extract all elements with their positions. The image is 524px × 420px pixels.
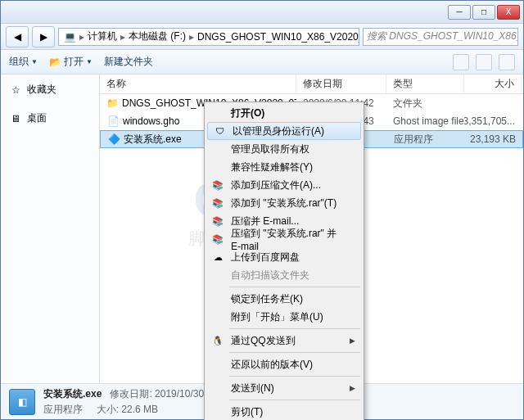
minimize-button[interactable]: ─ [448, 5, 471, 20]
breadcrumb-item[interactable]: 本地磁盘 (F:) [127, 29, 187, 43]
breadcrumb-item[interactable]: 计算机 [86, 29, 119, 43]
archive-icon: 📚 [211, 196, 224, 210]
menu-pin-taskbar[interactable]: 锁定到任务栏(K) [206, 290, 362, 308]
menu-add-rar[interactable]: 📚添加到 "安装系统.rar"(T) [206, 194, 362, 212]
star-icon: ☆ [9, 84, 22, 97]
navbar: ◀ ▶ 💻 ▸ 计算机 ▸ 本地磁盘 (F:) ▸ DNGS_GHOST_WIN… [1, 24, 523, 50]
qq-icon: 🐧 [211, 334, 224, 347]
chevron-right-icon: ▸ [120, 31, 125, 43]
menu-run-as-admin[interactable]: 🛡以管理员身份运行(A) [207, 122, 361, 140]
column-name[interactable]: 名称 [100, 75, 296, 93]
computer-icon[interactable]: 💻 [62, 31, 78, 43]
menu-separator [229, 376, 360, 377]
menu-open[interactable]: 打开(O) [206, 104, 362, 122]
sidebar-desktop[interactable]: 🖥 桌面 [1, 108, 99, 129]
desktop-icon: 🖥 [9, 112, 22, 125]
sidebar-item-label: 收藏夹 [27, 83, 56, 97]
archive-icon: 📚 [211, 233, 224, 246]
file-name: windows.gho [123, 115, 179, 127]
sidebar-item-label: 桌面 [27, 111, 47, 125]
menu-autoscan: 自动扫描该文件夹 [206, 266, 362, 284]
archive-icon: 📚 [211, 178, 224, 192]
organize-menu[interactable]: 组织▼ [9, 55, 38, 69]
folder-icon: 📁 [106, 97, 119, 110]
file-size: 23,193 KB [465, 133, 522, 145]
chevron-right-icon: ▶ [350, 336, 355, 345]
close-button[interactable]: X [497, 5, 520, 20]
column-type[interactable]: 类型 [386, 75, 464, 93]
menu-zip-rar-email[interactable]: 📚压缩到 "安装系统.rar" 并 E-mail [206, 230, 362, 248]
status-size-label: 大小: [97, 404, 119, 415]
view-options-icon[interactable] [453, 54, 469, 70]
toolbar: 组织▼ 📂打开▼ 新建文件夹 [1, 50, 523, 75]
back-button[interactable]: ◀ [6, 26, 29, 47]
preview-pane-icon[interactable] [476, 54, 492, 70]
context-menu: 打开(O) 🛡以管理员身份运行(A) 管理员取得所有权 兼容性疑难解答(Y) 📚… [204, 102, 364, 420]
archive-icon: 📚 [211, 215, 224, 228]
menu-cut[interactable]: 剪切(T) [206, 403, 362, 420]
open-button[interactable]: 📂打开▼ [49, 55, 93, 69]
chevron-right-icon: ▸ [189, 31, 194, 43]
window-controls: ─ □ X [448, 5, 520, 20]
menu-compat-troubleshoot[interactable]: 兼容性疑难解答(Y) [206, 158, 362, 176]
file-name: 安装系统.exe [124, 133, 182, 147]
menu-send-to[interactable]: 发送到(N)▶ [206, 379, 362, 397]
search-placeholder: 搜索 DNGS_GHOST_WIN10_X86_V... [367, 29, 518, 43]
menu-take-ownership[interactable]: 管理员取得所有权 [206, 140, 362, 158]
new-folder-button[interactable]: 新建文件夹 [104, 55, 153, 69]
menu-pin-start[interactable]: 附到「开始」菜单(U) [206, 308, 362, 326]
chevron-right-icon: ▶ [350, 384, 355, 392]
shield-icon: 🛡 [213, 124, 226, 138]
status-date-label: 修改日期: [110, 388, 151, 400]
maximize-button[interactable]: □ [472, 5, 495, 20]
search-input[interactable]: 搜索 DNGS_GHOST_WIN10_X86_V... [363, 28, 518, 46]
menu-restore-versions[interactable]: 还原以前的版本(V) [206, 355, 362, 373]
file-type: 应用程序 [387, 133, 465, 147]
exe-icon: 🔷 [107, 133, 120, 146]
help-icon[interactable] [499, 54, 515, 70]
chevron-down-icon: ▼ [31, 58, 38, 65]
file-type: Ghost image file [386, 115, 464, 127]
breadcrumb-item[interactable]: DNGS_GHOST_WIN10_X86_V2020_07 [196, 31, 359, 43]
menu-qq-send[interactable]: 🐧通过QQ发送到▶ [206, 332, 362, 350]
file-icon: 📄 [106, 115, 120, 128]
column-headers: 名称 修改日期 类型 大小 [100, 75, 523, 94]
menu-add-archive[interactable]: 📚添加到压缩文件(A)... [206, 176, 362, 194]
file-type: 文件夹 [386, 97, 464, 111]
cloud-icon: ☁ [211, 251, 224, 264]
titlebar[interactable]: ─ □ X [1, 1, 523, 24]
status-filename: 安装系统.exe [43, 388, 102, 400]
sidebar: ☆ 收藏夹 🖥 桌面 [1, 75, 100, 383]
menu-baidu-upload[interactable]: ☁上传到百度网盘 [206, 248, 362, 266]
column-date[interactable]: 修改日期 [296, 75, 386, 93]
file-size: 3,351,705... [464, 115, 522, 127]
status-size-value: 22.6 MB [121, 404, 158, 415]
forward-button[interactable]: ▶ [32, 26, 55, 47]
column-size[interactable]: 大小 [464, 75, 522, 93]
menu-separator [229, 400, 360, 400]
menu-separator [229, 328, 360, 329]
sidebar-favorites[interactable]: ☆ 收藏夹 [1, 79, 99, 100]
menu-separator [229, 352, 360, 353]
chevron-right-icon: ▸ [79, 31, 84, 43]
status-type: 应用程序 [43, 404, 83, 415]
menu-separator [229, 287, 360, 287]
file-thumbnail-icon: ◧ [9, 389, 35, 415]
breadcrumb[interactable]: 💻 ▸ 计算机 ▸ 本地磁盘 (F:) ▸ DNGS_GHOST_WIN10_X… [58, 28, 359, 46]
chevron-down-icon: ▼ [86, 58, 93, 65]
